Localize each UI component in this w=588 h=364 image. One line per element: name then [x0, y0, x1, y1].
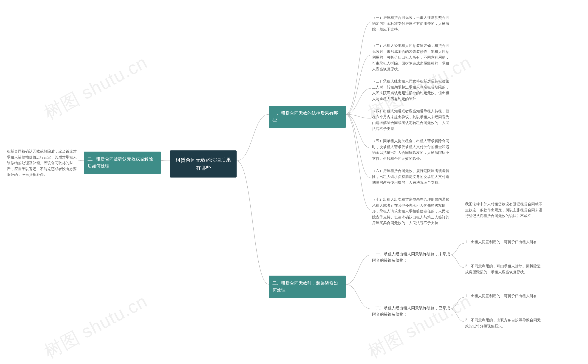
branch1-item-7: （七）出租人出卖租赁房屋未在合理期限内通知承租人或者存在其他侵害承租人优先购买权… [372, 195, 450, 227]
branch3-sub1-item1: 1、出租人同意利用的，可折价归出租人所有； [465, 238, 543, 247]
branch3-sub2-item1: 1、出租人同意利用的，可折价归出租人所有； [465, 292, 543, 300]
branch1-item-3: （三）承租人经出租人同意将租赁房屋转租给第三人时，转租期限超过承租人剩余租赁期限… [372, 77, 450, 103]
branch1-item-5: （五）因承租人拖欠租金，出租人请求解除合同时，次承租人请求代承租人支付欠付的租金… [372, 137, 450, 163]
watermark: 树图 shutu.cn [40, 289, 152, 364]
branch3-sub1-item2: 2、不同意利用的，可由承租人拆除。因拆除造成房屋毁损的，承租人应当恢复原状。 [465, 262, 543, 276]
watermark: 树图 shutu.cn [40, 51, 152, 125]
connector-lines [0, 0, 588, 364]
root-node[interactable]: 租赁合同无效的法律后果有哪些 [170, 150, 237, 177]
branch3-sub2-item2: 2、不同意利用的，由双方各自按照导致合同无效的过错分担现值损失。 [465, 316, 543, 330]
branch1-item-1: （一）房屋租赁合同无效，当事人请求参照合同约定的租金标准支付房屋占有使用费的，人… [372, 13, 450, 34]
watermark: 树图 shutu.cn [364, 289, 476, 364]
branch-1[interactable]: 一、租赁合同无效的法律后果有哪些 [269, 106, 346, 128]
branch2-detail: 租赁合同被确认无效或解除后，应当首先对承租人装修物价值进行认定，其后对承租人装修… [7, 147, 78, 179]
branch-2[interactable]: 二、租赁合同被确认无效或被解除后如何处理 [84, 152, 161, 174]
branch1-item-6: （六）房屋租赁合同无效、履行期限届满或者解除，出租人请求负有腾房义务的次承租人支… [372, 167, 450, 187]
branch1-item-4: （四）出租人知道或者应当知道承租人转租，但在六个月内未提出异议，其以承租人未经同… [372, 107, 450, 133]
branch3-sub1: （一）承租人经出租人同意装饰装修，未形成附合的装饰装修物： [372, 249, 450, 265]
branch-3[interactable]: 三、租赁合同无效时，装饰装修如何处理 [269, 276, 346, 298]
branch1-item-2: （二）承租人经出租人同意装饰装修，租赁合同无效时，未形成附合的装饰装修物，出租人… [372, 41, 450, 73]
branch3-sub2: （二）承租人经出租人同意装饰装修，已形成附合的装饰装修物： [372, 303, 450, 319]
branch1-note: 我国法律中并未对租赁物没有登记租赁合同就不生效这一条款作出规定，所以主张租赁合同… [465, 200, 543, 220]
